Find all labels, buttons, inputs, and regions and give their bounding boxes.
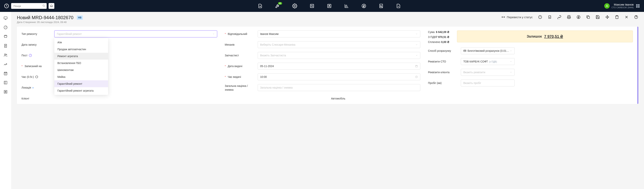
select-repair-type[interactable]: Гарантійний ремонт (54, 30, 217, 37)
apps-grid-icon[interactable] (636, 4, 640, 8)
sidebar-receipt-icon[interactable] (4, 44, 8, 48)
link-icon[interactable] (557, 15, 562, 19)
doc-minus-icon[interactable] (396, 3, 401, 9)
refresh-icon[interactable] (35, 75, 38, 79)
dollar-icon[interactable] (361, 3, 366, 9)
label-issue-date: *Дата видачі (225, 65, 254, 68)
label-assigned-to: *Записаний на (22, 65, 51, 68)
sidebar (0, 12, 11, 189)
sidebar-box-icon[interactable] (4, 80, 8, 85)
svg-point-8 (380, 5, 382, 7)
clipboard-check-icon[interactable] (548, 15, 552, 19)
gear-icon[interactable] (292, 3, 298, 9)
sidebar-list-icon[interactable] (4, 90, 8, 94)
sum-row-total: Сума6 642,09 ₴ (428, 30, 449, 33)
logo-gauge-icon[interactable] (4, 3, 9, 9)
field-responsible: *Відповідальний Іванов Максим (225, 30, 420, 37)
client-section-label: Клієнт (22, 97, 323, 100)
dd-item[interactable]: Встановлення ГБО (54, 60, 108, 66)
field-sto-req: Реквізити СТО ТОВ КАРБУК СОФТ(з ПДВ) (428, 58, 633, 65)
select-mechanic[interactable]: Виберіть Слюсаря-Механіка (258, 41, 420, 48)
col-left: Тип ремонту Гарантійний ремонт А/м Прода… (22, 30, 217, 92)
label-mileage: Пробіг (км) (428, 81, 458, 85)
mechanic-placeholder: Виберіть Слюсаря-Механіка (260, 43, 296, 46)
sum-row-paid: Сплачено0,00 ₴ (428, 40, 449, 43)
chevron-down-icon (416, 54, 418, 56)
sidebar-desktop-icon[interactable] (4, 16, 8, 20)
new-doc-icon[interactable] (258, 3, 263, 9)
dd-item[interactable]: Гарантійний ремонт агрегата (54, 87, 108, 94)
balance-label: Залишок (527, 34, 542, 38)
save-icon[interactable] (596, 15, 600, 19)
svg-rect-31 (464, 50, 466, 52)
chart-icon[interactable] (344, 3, 349, 9)
chevron-down-icon (416, 33, 418, 35)
sum-row-vat: З ПДВ7 970,51 ₴ (428, 35, 449, 38)
dd-item[interactable]: Шиномонтаж (54, 66, 108, 73)
select-client-req[interactable]: Вкажіть реквізити (461, 69, 514, 76)
user-zone[interactable]: Максим Іванов СТО CARBOOK (9444) (604, 3, 640, 9)
chevron-down-icon (510, 60, 512, 63)
svg-rect-10 (636, 4, 638, 6)
field-post: Пост (22, 52, 217, 59)
search-icon[interactable] (42, 4, 45, 8)
svg-rect-12 (636, 6, 638, 8)
input-issue-time[interactable]: 10:00 (258, 73, 420, 80)
chevron-down-icon (212, 33, 215, 35)
field-payment: Спосіб розрахунку Безготівковий розрахун… (428, 47, 633, 54)
field-issue-time: *Час видачі 10:00 (225, 73, 420, 80)
wrench-icon[interactable]: 11 (275, 3, 280, 9)
select-parts[interactable]: Вкажіть Запчастиста (258, 52, 420, 59)
warning-icon[interactable] (538, 15, 542, 19)
chevron-down-icon (416, 43, 418, 46)
link-arrow-icon[interactable]: » (32, 86, 34, 89)
svg-rect-23 (549, 16, 551, 18)
svg-rect-14 (4, 17, 7, 19)
copy-icon[interactable] (586, 15, 590, 19)
select-sto-req[interactable]: ТОВ КАРБУК СОФТ(з ПДВ) (461, 58, 514, 65)
select-payment[interactable]: Безготівковий розрахунок (0.01… (461, 47, 514, 54)
search-input[interactable] (11, 3, 47, 9)
dd-item[interactable]: Продаж автозапчастин (54, 46, 108, 53)
input-issue-date[interactable]: 05-11-2024 (258, 63, 420, 70)
help-icon[interactable] (634, 15, 638, 19)
sidebar-trend-icon[interactable] (4, 62, 8, 66)
contact-icon[interactable] (326, 3, 332, 9)
status-transfer[interactable]: Перевести у статус (501, 15, 533, 19)
sidebar-gauge-icon[interactable] (4, 25, 8, 29)
status-transfer-label: Перевести у статус (507, 15, 533, 19)
field-time-half: Час (0.5г.) (22, 73, 217, 80)
move-icon[interactable] (605, 15, 610, 19)
title-block-outer: Новий MRD-9444-1802670 НВ Дата Створення… (17, 15, 83, 23)
client-req-placeholder: Вкажіть реквізити (463, 71, 485, 74)
clock-icon (415, 75, 418, 78)
trash-icon[interactable] (615, 15, 619, 19)
doc-search-icon[interactable] (378, 3, 384, 9)
dollar-action-icon[interactable] (576, 15, 581, 19)
col-right: Сума6 642,09 ₴ З ПДВ7 970,51 ₴ Сплачено0… (428, 30, 633, 92)
input-markup[interactable]: Загальна націнка / знижка (258, 84, 420, 91)
field-markup: Загальна націнка / знижка Загальна націн… (225, 84, 420, 92)
dd-item[interactable]: Мийка (54, 73, 108, 80)
close-icon[interactable] (624, 15, 629, 19)
sliders-icon[interactable] (309, 3, 315, 9)
actions: Перевести у статус (501, 15, 638, 19)
sidebar-people-icon[interactable] (4, 53, 8, 57)
print-icon[interactable] (567, 15, 571, 19)
bottom-labels: Клієнт Автомобіль (22, 97, 633, 100)
dd-item-selected[interactable]: Гарантійний ремонт (54, 80, 108, 87)
sto-req-value: ТОВ КАРБУК СОФТ (463, 60, 488, 63)
dd-item[interactable]: Ремонт агрегата (54, 53, 108, 60)
select-responsible[interactable]: Іванов Максим (258, 30, 420, 37)
sidebar-calendar-icon[interactable] (4, 71, 8, 75)
bank-button[interactable] (48, 3, 54, 9)
svg-point-5 (329, 5, 330, 6)
label-parts: Запчастист (225, 54, 254, 57)
label-time-half: Час (0.5г.) (22, 75, 51, 79)
sidebar-cart-icon[interactable] (4, 34, 8, 39)
svg-rect-11 (638, 4, 640, 6)
balance-value[interactable]: 7 970,51 ₴ (544, 34, 563, 39)
status-chip: НВ (77, 15, 82, 20)
dd-item[interactable]: А/м (54, 39, 108, 46)
input-mileage[interactable]: Вкажіть пробіг (461, 80, 514, 86)
